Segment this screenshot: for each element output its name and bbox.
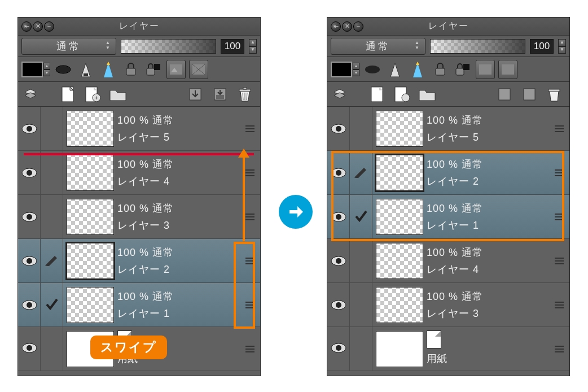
delete-layer-button[interactable]: [235, 85, 254, 104]
panel-titlebar[interactable]: ⇤ ✕ − レイヤー: [18, 18, 260, 36]
layer-thumbnail[interactable]: [63, 239, 117, 282]
layer-mark[interactable]: [41, 107, 63, 150]
layer-thumbnail[interactable]: [372, 239, 427, 282]
delete-layer-button[interactable]: [545, 85, 564, 104]
panel-titlebar[interactable]: ⇤ ✕ − レイヤー: [327, 18, 569, 36]
layer-row[interactable]: 100 % 通常レイヤー 4: [327, 239, 569, 283]
svg-rect-44: [463, 64, 469, 70]
new-layer-button[interactable]: [59, 85, 78, 104]
layer-row[interactable]: 100 % 通常レイヤー 1: [18, 283, 260, 327]
effect-button-2[interactable]: [498, 60, 517, 79]
new-layer-button[interactable]: [368, 85, 387, 104]
visibility-toggle[interactable]: [327, 283, 350, 326]
draft-pencil-icon[interactable]: [99, 60, 118, 79]
reference-icon[interactable]: [76, 60, 95, 79]
opacity-spinner[interactable]: ▲▼: [558, 39, 566, 54]
draft-pencil-icon[interactable]: [408, 60, 427, 79]
svg-marker-41: [416, 62, 419, 65]
lock-transparency-icon[interactable]: [453, 60, 472, 79]
visibility-toggle[interactable]: [327, 239, 350, 282]
layer-thumbnail[interactable]: [63, 151, 117, 194]
layer-mark[interactable]: [41, 195, 63, 238]
layer-mark: [41, 327, 63, 371]
layer-info: 100 % 通常レイヤー 5: [427, 107, 549, 150]
layer-color-swatch[interactable]: [21, 62, 43, 77]
visibility-toggle[interactable]: [18, 239, 41, 282]
opacity-value[interactable]: 100: [221, 39, 244, 54]
opacity-slider[interactable]: [430, 39, 525, 54]
visibility-toggle[interactable]: [18, 151, 41, 194]
layer-thumbnail[interactable]: [63, 195, 117, 238]
lock-transparency-icon[interactable]: [144, 60, 163, 79]
layer-row[interactable]: 100 % 通常レイヤー 5: [327, 107, 569, 151]
layer-row[interactable]: 100 % 通常レイヤー 2: [18, 239, 260, 283]
layer-opacity-label: 100 % 通常: [427, 114, 549, 127]
layer-mark[interactable]: [350, 239, 372, 282]
layer-thumbnail[interactable]: [372, 107, 427, 150]
blend-mode-label: 通常: [366, 40, 390, 53]
svg-rect-5: [126, 68, 135, 75]
swatch-spinner[interactable]: ▲▼: [353, 63, 359, 76]
layer-mark[interactable]: [350, 107, 372, 150]
layer-color-swatch[interactable]: [331, 62, 352, 77]
new-folder-button[interactable]: [418, 85, 437, 104]
drag-handle[interactable]: [549, 239, 569, 282]
layer-mark[interactable]: [350, 283, 372, 326]
layers-panel-before: ⇤ ✕ − レイヤー 通常 ▲▼ 100 ▲▼ ▲▼: [17, 17, 261, 376]
new-layer-plus-button[interactable]: +: [84, 85, 103, 104]
layer-thumbnail[interactable]: [372, 283, 427, 326]
layer-stack-icon[interactable]: [333, 85, 346, 104]
merge-down-button[interactable]: [210, 85, 230, 104]
layer-row[interactable]: 100 % 通常レイヤー 3: [327, 283, 569, 327]
swatch-spinner[interactable]: ▲▼: [43, 63, 50, 76]
eye-icon: [21, 300, 37, 310]
layer-thumbnail[interactable]: [63, 107, 117, 150]
new-folder-button[interactable]: [108, 85, 128, 104]
drag-handle[interactable]: [549, 283, 569, 326]
svg-point-67: [336, 345, 341, 351]
layer-info: 100 % 通常レイヤー 5: [117, 107, 240, 150]
layer-info: 100 % 通常レイヤー 4: [427, 239, 549, 282]
drag-handle[interactable]: [549, 107, 569, 150]
mask-shape-icon[interactable]: [54, 60, 73, 79]
svg-point-35: [27, 302, 32, 308]
layer-thumbnail[interactable]: [63, 283, 117, 326]
svg-point-27: [27, 126, 32, 132]
blend-mode-dropdown[interactable]: 通常 ▲▼: [21, 38, 116, 55]
lock-icon[interactable]: [121, 60, 141, 79]
drag-handle[interactable]: [240, 327, 260, 371]
layer-row[interactable]: 100 % 通常レイヤー 4: [18, 151, 260, 195]
opacity-value[interactable]: 100: [530, 39, 554, 54]
paper-thumbnail[interactable]: [372, 327, 427, 371]
drag-handle[interactable]: [240, 107, 260, 150]
visibility-toggle[interactable]: [327, 107, 350, 150]
swipe-direction-arrow: [243, 156, 245, 241]
visibility-toggle[interactable]: [18, 107, 41, 150]
merge-down-button[interactable]: [520, 85, 539, 104]
opacity-spinner[interactable]: ▲▼: [249, 39, 257, 54]
visibility-toggle[interactable]: [18, 195, 41, 238]
svg-marker-48: [334, 93, 345, 98]
visibility-toggle[interactable]: [327, 327, 350, 371]
layer-mark[interactable]: [41, 239, 63, 282]
layer-row[interactable]: 100 % 通常レイヤー 3: [18, 195, 260, 239]
layer-mark[interactable]: [41, 151, 63, 194]
visibility-toggle[interactable]: [18, 327, 41, 371]
transfer-down-button[interactable]: [186, 85, 205, 104]
drag-handle[interactable]: [549, 327, 569, 371]
transfer-down-button[interactable]: [495, 85, 514, 104]
visibility-toggle[interactable]: [18, 283, 41, 326]
effect-button-1[interactable]: [166, 60, 186, 79]
layer-mark[interactable]: [41, 283, 63, 326]
new-layer-plus-button[interactable]: [393, 85, 412, 104]
blend-mode-dropdown[interactable]: 通常 ▲▼: [331, 38, 425, 55]
layer-row[interactable]: 100 % 通常レイヤー 5: [18, 107, 260, 151]
reference-icon[interactable]: [385, 60, 405, 79]
effect-button-2[interactable]: [189, 60, 208, 79]
opacity-slider[interactable]: [121, 39, 216, 54]
lock-icon[interactable]: [431, 60, 450, 79]
paper-row[interactable]: 用紙: [327, 327, 569, 371]
mask-shape-icon[interactable]: [363, 60, 382, 79]
effect-button-1[interactable]: [476, 60, 495, 79]
layer-stack-icon[interactable]: [24, 85, 37, 104]
